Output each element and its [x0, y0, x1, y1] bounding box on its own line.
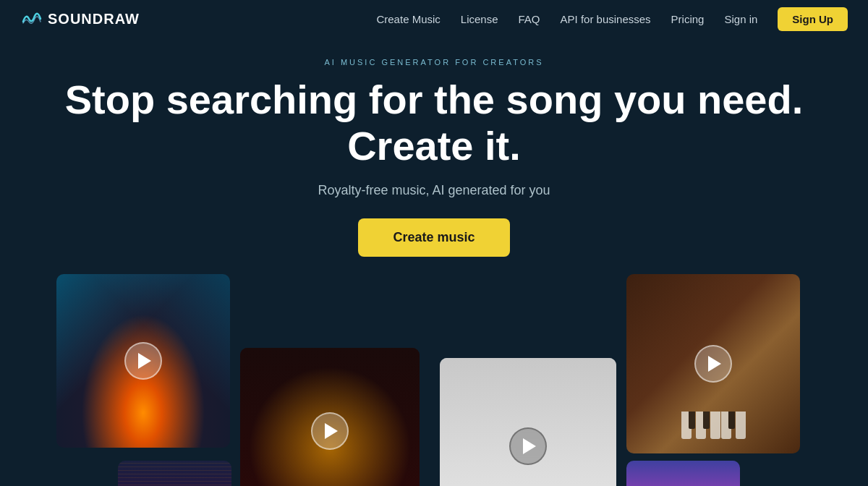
nav-pricing[interactable]: Pricing: [671, 13, 705, 25]
hero-title-line1: Stop searching for the song you need.: [65, 77, 804, 122]
card-disco[interactable]: [240, 348, 420, 486]
nav-create-music[interactable]: Create Music: [376, 13, 440, 25]
hero-title: Stop searching for the song you need. Cr…: [0, 77, 868, 170]
logo[interactable]: SOUNDRAW: [20, 7, 140, 30]
play-dancer[interactable]: [509, 427, 547, 465]
play-disco[interactable]: [311, 412, 349, 450]
logo-icon: [20, 7, 43, 30]
image-grid: ✕ Hi, I'm Neo. Need any help?: [0, 274, 868, 486]
piano-keys: [626, 410, 800, 439]
nav-faq[interactable]: FAQ: [519, 13, 540, 25]
hero-section: AI MUSIC GENERATOR FOR CREATORS Stop sea…: [0, 38, 868, 257]
dancer-bg: [440, 358, 616, 486]
signup-button[interactable]: Sign Up: [778, 7, 848, 31]
card-dancer[interactable]: [440, 358, 616, 486]
signin-button[interactable]: Sign in: [724, 13, 757, 25]
card-piano[interactable]: [626, 274, 800, 453]
create-music-button[interactable]: Create music: [358, 218, 509, 257]
card-concert[interactable]: [56, 274, 230, 448]
hero-subtitle: Royalty-free music, AI generated for you: [0, 183, 868, 198]
card-city[interactable]: [118, 461, 231, 486]
play-concert[interactable]: [124, 342, 162, 380]
nav-license[interactable]: License: [461, 13, 498, 25]
nav-api[interactable]: API for businesses: [561, 13, 651, 25]
card-sunset[interactable]: [626, 461, 740, 486]
navbar: SOUNDRAW Create Music License FAQ API fo…: [0, 0, 868, 38]
logo-text: SOUNDRAW: [48, 11, 140, 27]
play-piano[interactable]: [694, 345, 732, 383]
hero-tagline: AI MUSIC GENERATOR FOR CREATORS: [0, 58, 868, 67]
nav-links: Create Music License FAQ API for busines…: [376, 7, 848, 31]
hero-title-line2: Create it.: [347, 123, 521, 169]
